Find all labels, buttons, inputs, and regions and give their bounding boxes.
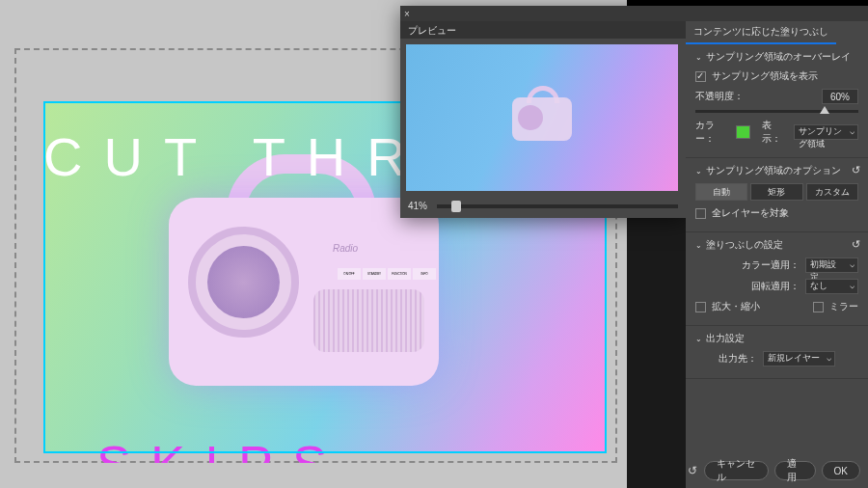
preview-panel[interactable]: × プレビュー 41% <box>400 6 686 218</box>
close-icon[interactable]: × <box>404 9 414 18</box>
mirror-label: ミラー <box>829 300 858 313</box>
scale-checkbox[interactable] <box>695 302 706 312</box>
chevron-down-icon[interactable]: ⌄ <box>695 53 702 62</box>
zoom-value[interactable]: 41% <box>408 201 427 211</box>
chevron-down-icon[interactable]: ⌄ <box>695 335 702 343</box>
zoom-slider-thumb[interactable] <box>451 201 461 212</box>
reset-icon[interactable]: ↺ <box>852 238 860 251</box>
chevron-down-icon[interactable]: ⌄ <box>695 167 702 176</box>
preview-radio-dial <box>518 105 543 130</box>
reset-icon[interactable]: ↺ <box>852 164 860 176</box>
indicates-select[interactable]: サンプリング領域 <box>794 124 858 140</box>
chevron-down-icon[interactable]: ⌄ <box>695 241 702 250</box>
overlay-color-swatch[interactable] <box>736 125 750 139</box>
mirror-checkbox[interactable] <box>813 302 824 312</box>
panel-header[interactable] <box>686 6 868 21</box>
slider-thumb[interactable] <box>820 106 829 114</box>
panel-footer: ↺ キャンセル 適用 OK <box>686 461 860 480</box>
zoom-row: 41% <box>400 197 686 215</box>
mode-custom-button[interactable]: カスタム <box>806 183 858 201</box>
rotation-label: 回転適用： <box>751 280 800 293</box>
cancel-button[interactable]: キャンセル <box>704 461 769 480</box>
ok-button[interactable]: OK <box>822 461 860 480</box>
color-adapt-select[interactable]: 初期設定 <box>805 258 858 273</box>
section-title: 塗りつぶしの設定 <box>706 238 783 252</box>
preview-title: プレビュー <box>400 21 686 39</box>
panel-tab[interactable]: コンテンツに応じた塗りつぶし <box>686 21 836 44</box>
section-fill-settings: ↺ ⌄塗りつぶしの設定 カラー適用： 初期設定 回転適用： なし 拡大・縮小 ミ… <box>686 232 868 326</box>
show-sampling-label: サンプリング領域を表示 <box>712 69 818 83</box>
mode-auto-button[interactable]: 自動 <box>695 183 747 201</box>
section-title: サンプリング領域のオーバーレイ <box>706 50 851 64</box>
preview-image <box>406 44 678 191</box>
output-to-select[interactable]: 新規レイヤー <box>763 351 835 366</box>
indicates-label: 表示： <box>762 119 788 146</box>
show-sampling-checkbox[interactable] <box>695 71 706 82</box>
opacity-label: 不透明度： <box>695 90 744 103</box>
all-layers-checkbox[interactable] <box>695 208 706 219</box>
section-title: サンプリング領域のオプション <box>706 164 841 177</box>
reset-icon[interactable]: ↺ <box>686 463 698 478</box>
section-output: ⌄出力設定 出力先： 新規レイヤー <box>686 326 868 379</box>
rotation-select[interactable]: なし <box>805 279 858 294</box>
opacity-input[interactable] <box>822 89 858 104</box>
scale-label: 拡大・縮小 <box>712 300 760 313</box>
preview-header[interactable]: × <box>400 6 686 21</box>
color-label: カラー： <box>695 119 730 146</box>
content-aware-fill-panel: コンテンツに応じた塗りつぶし ⌄サンプリング領域のオーバーレイ サンプリング領域… <box>686 6 868 488</box>
zoom-slider[interactable] <box>437 204 678 208</box>
apply-button[interactable]: 適用 <box>774 461 815 480</box>
opacity-slider[interactable] <box>695 110 858 113</box>
mode-rectangular-button[interactable]: 矩形 <box>750 183 802 201</box>
section-title: 出力設定 <box>706 332 745 345</box>
section-sampling-overlay: ⌄サンプリング領域のオーバーレイ サンプリング領域を表示 不透明度： カラー： … <box>686 44 868 158</box>
all-layers-label: 全レイヤーを対象 <box>712 206 789 220</box>
section-sampling-options: ↺ ⌄サンプリング領域のオプション 自動 矩形 カスタム 全レイヤーを対象 <box>686 158 868 232</box>
color-adapt-label: カラー適用： <box>742 258 800 272</box>
output-to-label: 出力先： <box>719 352 757 366</box>
